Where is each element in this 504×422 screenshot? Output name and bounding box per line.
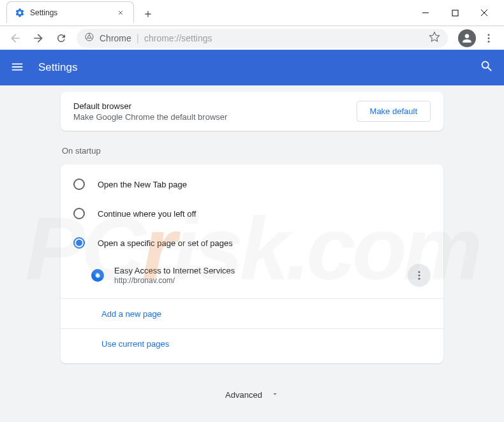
add-new-page-link[interactable]: Add a new page [101,309,161,319]
radio-specific-pages[interactable]: Open a specific page or set of pages [61,228,443,258]
tab-strip: Settings [0,0,415,23]
chrome-menu-button[interactable] [478,28,499,48]
advanced-label: Advanced [225,390,262,400]
startup-page-item: Easy Access to Internet Services http://… [61,258,443,293]
settings-content-area[interactable]: PCrisk.com Default browser Make Google C… [0,85,504,422]
svg-point-8 [419,275,420,277]
browser-toolbar: Chrome | chrome://settings [0,25,504,50]
settings-page-title: Settings [38,61,480,74]
radio-icon [73,178,85,190]
svg-rect-1 [452,10,458,16]
default-browser-subtitle: Make Google Chrome the default browser [73,112,357,122]
on-startup-section-title: On startup [61,146,443,156]
radio-icon [73,237,85,249]
gear-icon [15,8,25,18]
radio-label: Open a specific page or set of pages [98,238,233,248]
default-browser-card: Default browser Make Google Chrome the d… [61,92,443,131]
settings-header: Settings [0,50,504,85]
default-browser-title: Default browser [73,101,357,111]
on-startup-card: Open the New Tab page Continue where you… [61,164,443,363]
profile-button[interactable] [458,29,476,47]
search-icon[interactable] [480,59,494,76]
minimize-button[interactable] [411,3,440,23]
close-icon[interactable] [115,8,126,18]
startup-page-url: http://bronav.com/ [114,276,408,285]
chevron-down-icon [271,389,279,400]
browser-tab-settings[interactable]: Settings [6,1,134,23]
reload-button[interactable] [51,28,71,48]
advanced-toggle[interactable]: Advanced [0,389,504,400]
svg-point-9 [419,278,420,280]
bookmark-star-icon[interactable] [429,31,440,45]
svg-point-3 [88,35,91,38]
add-new-page-row[interactable]: Add a new page [61,298,443,328]
address-source-label: Chrome [100,33,131,43]
back-button[interactable] [5,28,26,48]
svg-point-5 [488,37,490,39]
page-favicon-icon [91,269,104,282]
svg-point-7 [419,271,420,273]
forward-button[interactable] [28,28,48,48]
use-current-pages-link[interactable]: Use current pages [101,339,169,349]
address-url: chrome://settings [144,33,429,43]
radio-label: Open the New Tab page [98,180,187,189]
svg-point-6 [488,40,490,42]
radio-label: Continue where you left off [98,209,196,219]
address-bar[interactable]: Chrome | chrome://settings [77,29,448,48]
startup-page-name: Easy Access to Internet Services [114,266,408,275]
svg-point-4 [488,34,490,36]
maximize-button[interactable] [440,3,470,23]
use-current-pages-row[interactable]: Use current pages [61,328,443,358]
make-default-button[interactable]: Make default [357,101,431,122]
close-window-button[interactable] [470,3,499,23]
new-tab-button[interactable] [139,5,157,23]
hamburger-menu-icon[interactable] [10,60,26,75]
chrome-icon [84,32,94,45]
page-more-actions-button[interactable] [408,264,431,287]
tab-title: Settings [30,8,115,17]
radio-continue-where-left-off[interactable]: Continue where you left off [61,199,443,228]
radio-new-tab-page[interactable]: Open the New Tab page [61,170,443,199]
radio-icon [73,208,85,219]
